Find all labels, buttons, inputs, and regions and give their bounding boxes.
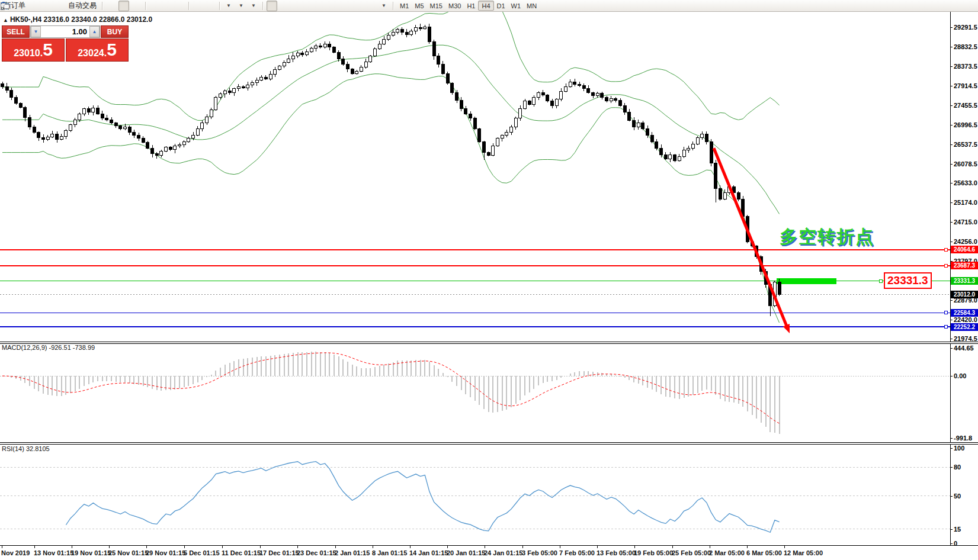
trendline-button[interactable] bbox=[316, 1, 327, 11]
candle-body bbox=[573, 82, 576, 85]
crosshair-button[interactable] bbox=[279, 1, 290, 11]
timeframe-button-h4[interactable]: H4 bbox=[478, 1, 493, 11]
horizontal-line-button[interactable] bbox=[304, 1, 315, 11]
rsi-indicator-panel[interactable] bbox=[0, 445, 978, 545]
candlestick-chart-button[interactable] bbox=[118, 1, 129, 11]
chat-icon bbox=[0, 2, 10, 10]
chart-background bbox=[0, 12, 978, 342]
zoom-in-button[interactable] bbox=[149, 1, 160, 11]
timeframe-button-h1[interactable]: H1 bbox=[464, 1, 478, 11]
candle-body bbox=[146, 142, 149, 148]
time-axis-tick bbox=[373, 546, 373, 548]
sell-price-main: 23010. bbox=[14, 48, 43, 59]
volume-input[interactable] bbox=[41, 26, 89, 37]
candle bbox=[369, 55, 372, 63]
candle-body bbox=[169, 147, 172, 150]
price-axis-label: 26078.5 bbox=[954, 160, 977, 168]
time-axis-tick bbox=[447, 546, 448, 548]
timeframe-button-mn[interactable]: MN bbox=[524, 1, 540, 11]
candle-body bbox=[460, 101, 463, 109]
candle-body bbox=[360, 67, 363, 71]
candle-body bbox=[187, 139, 190, 142]
chart-shift-button[interactable] bbox=[205, 1, 216, 11]
candle-body bbox=[533, 97, 536, 104]
indicators-button[interactable]: ▼ bbox=[223, 1, 234, 11]
candle-body bbox=[528, 101, 531, 104]
timeframe-button-w1[interactable]: W1 bbox=[508, 1, 524, 11]
timeframe-button-m5[interactable]: M5 bbox=[412, 1, 427, 11]
candle-body bbox=[114, 123, 117, 125]
time-axis-label: 13 Feb 05:00 bbox=[597, 549, 636, 556]
macd-indicator-panel[interactable] bbox=[0, 344, 978, 442]
fibonacci-button[interactable]: F bbox=[341, 1, 352, 11]
time-axis-label: Nov 2019 bbox=[1, 549, 30, 556]
tile-windows-button[interactable] bbox=[174, 1, 185, 11]
timeframe-button-d1[interactable]: D1 bbox=[494, 1, 508, 11]
sell-button[interactable]: SELL bbox=[2, 25, 30, 38]
buy-price-panel[interactable]: 23024.5 bbox=[66, 38, 129, 62]
price-axis-tick bbox=[950, 125, 953, 125]
candle-body bbox=[1, 84, 4, 86]
candle bbox=[546, 94, 549, 102]
cursor-button[interactable] bbox=[267, 1, 277, 11]
search-button[interactable] bbox=[951, 1, 961, 11]
candle-body bbox=[660, 148, 663, 155]
candle-body bbox=[642, 123, 644, 129]
bar-chart-button[interactable] bbox=[106, 1, 117, 11]
timeframe-button-m30[interactable]: M30 bbox=[445, 1, 464, 11]
metaeditor-button[interactable] bbox=[29, 1, 40, 11]
toolbar: 新订单 自动交易 bbox=[0, 0, 978, 12]
toolbar-separator bbox=[102, 2, 102, 10]
level-price-box[interactable]: 23331.3 bbox=[884, 272, 932, 289]
auto-scroll-button[interactable] bbox=[193, 1, 203, 11]
line-anchor-handle bbox=[944, 248, 947, 251]
candle-body bbox=[674, 155, 676, 161]
vertical-line-button[interactable] bbox=[291, 1, 302, 11]
price-badge: 24064.6 bbox=[951, 246, 978, 253]
volume-decrease-button[interactable]: ▼ bbox=[31, 26, 41, 37]
text-label-button[interactable]: T bbox=[366, 1, 377, 11]
candle-body bbox=[737, 193, 740, 199]
candle-body bbox=[514, 118, 517, 127]
sell-price-panel[interactable]: 23010.5 bbox=[2, 38, 65, 62]
candle bbox=[146, 141, 149, 149]
macd-axis-label: 444.65 bbox=[954, 345, 974, 352]
candle-body bbox=[37, 133, 40, 138]
chat-button[interactable] bbox=[965, 1, 976, 11]
price-axis-label: 21974.5 bbox=[954, 335, 977, 342]
terminal-button[interactable] bbox=[41, 1, 52, 11]
arrows-button[interactable]: ▼ bbox=[379, 1, 389, 11]
autotrading-button[interactable]: 自动交易 bbox=[66, 1, 98, 11]
candle-body bbox=[678, 157, 681, 161]
candle-body bbox=[305, 52, 308, 55]
candle bbox=[278, 65, 281, 70]
templates-button[interactable]: ▼ bbox=[248, 1, 259, 11]
price-axis-label: 27455.5 bbox=[954, 102, 977, 109]
periods-button[interactable]: ▼ bbox=[236, 1, 246, 11]
time-axis-label: 2 Mar 05:00 bbox=[709, 549, 745, 556]
level-highlight-bar bbox=[777, 278, 836, 284]
time-axis-tick bbox=[146, 546, 147, 548]
timeframe-button-m1[interactable]: M1 bbox=[397, 1, 412, 11]
line-anchor-handle bbox=[879, 279, 882, 282]
candle-body bbox=[719, 189, 722, 199]
candle-body bbox=[646, 129, 649, 136]
rsi-axis-tick bbox=[950, 529, 953, 530]
signals-button[interactable] bbox=[54, 1, 65, 11]
candle-body bbox=[328, 44, 331, 47]
candle-body bbox=[705, 134, 708, 142]
price-axis-tick bbox=[950, 300, 953, 301]
price-axis-label: 29291.5 bbox=[954, 24, 977, 31]
zoom-out-button[interactable] bbox=[162, 1, 172, 11]
buy-button[interactable]: BUY bbox=[101, 25, 129, 38]
timeframe-button-m15[interactable]: M15 bbox=[427, 1, 445, 11]
candle-body bbox=[400, 30, 403, 32]
main-price-chart[interactable] bbox=[0, 12, 978, 342]
equidistant-channel-button[interactable]: E bbox=[329, 1, 339, 11]
volume-increase-button[interactable]: ▲ bbox=[89, 26, 100, 37]
text-button[interactable]: A bbox=[354, 1, 364, 11]
candle bbox=[696, 136, 699, 145]
time-axis-tick bbox=[72, 546, 72, 548]
line-chart-button[interactable] bbox=[131, 1, 142, 11]
candle-body bbox=[505, 133, 508, 136]
